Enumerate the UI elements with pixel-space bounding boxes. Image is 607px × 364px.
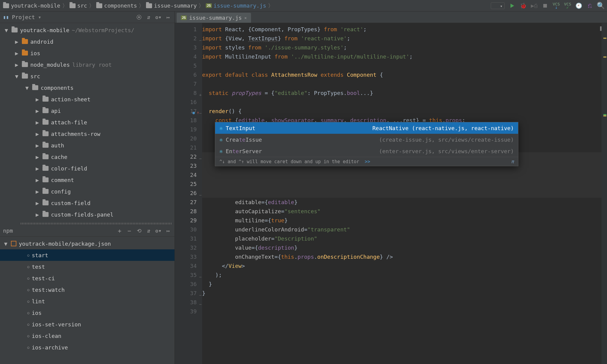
project-panel-title[interactable]: Project (12, 14, 35, 20)
npm-script-file[interactable]: youtrack-mobile/package.json (19, 241, 111, 247)
settings-button[interactable]: ▾ (155, 14, 162, 21)
autocomplete-more-link[interactable]: >> (365, 159, 370, 164)
chevron-right-icon: 〉 (62, 2, 68, 9)
disclosure-triangle-icon[interactable]: ▶ (35, 131, 40, 137)
autocomplete-item[interactable]: ⚛EnterServer(enter-server.js, src/views/… (215, 145, 518, 157)
tree-row[interactable]: ▶action-sheet (0, 93, 175, 105)
stop-button[interactable] (542, 2, 548, 9)
code-editor[interactable]: import React, {Component, PropTypes} fro… (202, 23, 602, 364)
folder-icon (12, 28, 18, 32)
collapse-all-button[interactable]: ⇵ (145, 14, 152, 21)
folder-icon (70, 3, 76, 8)
bullet-icon: ○ (27, 322, 29, 326)
disclosure-triangle-icon[interactable]: ▼ (4, 27, 9, 33)
tree-row[interactable]: ▼src (0, 70, 175, 82)
crumb-file[interactable]: JSissue-summary.js (206, 2, 266, 9)
tree-row[interactable]: ▶ios (0, 47, 175, 59)
npm-refresh-button[interactable]: ⟲ (136, 228, 142, 234)
npm-task-row[interactable]: ○lint (0, 295, 175, 307)
vcs-commit-button[interactable]: VCS✓ (564, 2, 571, 9)
npm-hide-button[interactable]: ↦ (165, 228, 171, 234)
close-tab-button[interactable]: × (244, 15, 247, 20)
tree-row[interactable]: ▶auth (0, 140, 175, 151)
npm-task-row[interactable]: ○ios (0, 307, 175, 318)
bullet-icon: ○ (27, 276, 29, 280)
npm-task-label: ios-archive (32, 344, 68, 351)
disclosure-triangle-icon[interactable]: ▶ (35, 177, 40, 183)
npm-task-row[interactable]: ○test (0, 261, 175, 272)
npm-remove-button[interactable]: − (126, 228, 133, 234)
editor-gutter[interactable]: − + ◉ ↑ − − − − − − 12345678161718192021… (175, 23, 202, 364)
project-tree[interactable]: ▼youtrack-mobile~/WebstormProjects/▶andr… (0, 23, 175, 225)
debug-button[interactable]: 🐞 (520, 2, 527, 9)
folder-icon (42, 131, 49, 136)
npm-panel-title[interactable]: npm (3, 228, 13, 234)
npm-task-row[interactable]: ○test-ci (0, 272, 175, 284)
tree-row[interactable]: ▼youtrack-mobile~/WebstormProjects/ (0, 24, 175, 36)
hide-panel-button[interactable]: ↦ (165, 14, 171, 21)
error-stripe[interactable] (602, 23, 607, 364)
folder-icon (42, 108, 49, 113)
locate-button[interactable]: ⦿ (136, 14, 142, 21)
tree-row[interactable]: ▶custom-fields-panel (0, 209, 175, 220)
tree-row[interactable]: ▶attachments-row (0, 128, 175, 140)
disclosure-triangle-icon[interactable]: ▼ (24, 85, 30, 91)
undo-button[interactable]: ⎌ (586, 2, 593, 9)
tree-row[interactable]: ▶config (0, 186, 175, 197)
disclosure-triangle-icon[interactable]: ▶ (14, 62, 19, 68)
chevron-right-icon: 〉 (89, 2, 94, 9)
autocomplete-item[interactable]: ⚛CreateIssue(create-issue.js, src/views/… (215, 134, 518, 145)
folder-icon (42, 120, 49, 125)
npm-task-row[interactable]: ○ios-set-version (0, 318, 175, 330)
search-everywhere-button[interactable]: 🔍 (597, 2, 604, 9)
crumb-src[interactable]: src (70, 2, 87, 9)
editor-tab[interactable]: JS issue-summary.js × (177, 13, 251, 23)
editor-tab-label: issue-summary.js (189, 15, 242, 21)
disclosure-triangle-icon[interactable]: ▼ (3, 241, 8, 247)
disclosure-triangle-icon[interactable]: ▶ (35, 142, 40, 149)
autocomplete-item[interactable]: ⚛TextInputReactNative (react-native.js, … (215, 122, 518, 134)
tree-row[interactable]: ▶attach-file (0, 116, 175, 128)
pi-icon[interactable]: π (511, 159, 514, 164)
tree-row[interactable]: ▶color-field (0, 163, 175, 174)
npm-settings-button[interactable]: ▾ (155, 228, 162, 234)
vcs-update-button[interactable]: VCS↓ (553, 2, 560, 9)
npm-add-button[interactable]: + (116, 228, 123, 234)
disclosure-triangle-icon[interactable]: ▶ (35, 211, 40, 218)
disclosure-triangle-icon[interactable]: ▶ (35, 165, 40, 172)
tree-row[interactable]: ▶custom-field (0, 197, 175, 209)
disclosure-triangle-icon[interactable]: ▶ (35, 154, 40, 160)
tree-item-label: node_modules (30, 62, 70, 68)
disclosure-triangle-icon[interactable]: ▶ (35, 96, 40, 103)
npm-task-row[interactable]: ○ios-archive (0, 342, 175, 353)
js-file-icon: JS (206, 3, 212, 8)
disclosure-triangle-icon[interactable]: ▶ (35, 108, 40, 114)
tree-item-label: auth (51, 142, 64, 149)
disclosure-triangle-icon[interactable]: ▶ (14, 50, 19, 56)
npm-collapse-button[interactable]: ⇵ (145, 228, 152, 234)
tree-row[interactable]: ▶android (0, 36, 175, 47)
disclosure-triangle-icon[interactable]: ▶ (35, 188, 40, 195)
npm-task-row[interactable]: ○test:watch (0, 284, 175, 295)
crumb-root[interactable]: youtrack-mobile (3, 2, 60, 9)
run-coverage-button[interactable]: ▶⎙ (531, 2, 537, 9)
disclosure-triangle-icon[interactable]: ▶ (35, 119, 40, 126)
tree-row[interactable]: ▼components (0, 82, 175, 93)
npm-tree[interactable]: ▼ youtrack-mobile/package.json ○start○te… (0, 237, 175, 364)
npm-task-row[interactable]: ○start (0, 249, 175, 261)
npm-task-row[interactable]: ○ios-clean (0, 330, 175, 342)
crumb-issue-summary[interactable]: issue-summary (146, 2, 197, 9)
tree-row[interactable]: ▶api (0, 105, 175, 116)
js-file-icon: JS (181, 15, 187, 20)
tree-row[interactable]: ▶cache (0, 151, 175, 163)
tree-row[interactable]: ▶node_moduleslibrary root (0, 59, 175, 70)
run-config-dropdown[interactable] (491, 2, 505, 9)
disclosure-triangle-icon[interactable]: ▼ (14, 73, 19, 79)
tree-row[interactable]: ▶comment (0, 174, 175, 186)
history-button[interactable]: 🕘 (575, 2, 582, 9)
disclosure-triangle-icon[interactable]: ▶ (14, 39, 19, 45)
disclosure-triangle-icon[interactable]: ▶ (35, 200, 40, 206)
run-button[interactable] (509, 2, 516, 9)
crumb-components[interactable]: components (96, 2, 137, 9)
autocomplete-item-location: ReactNative (react-native.js, react-nati… (372, 125, 514, 131)
